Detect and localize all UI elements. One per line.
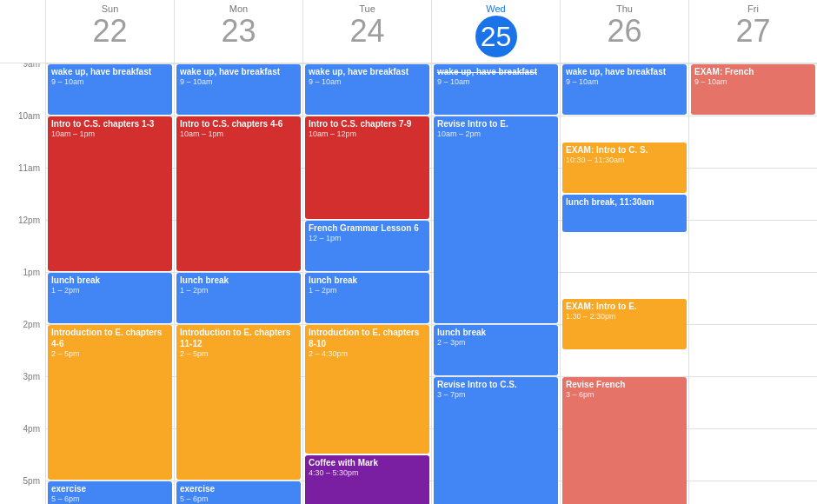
time-label-5: 2pm — [23, 320, 40, 329]
event-time: 3 – 6pm — [566, 390, 683, 399]
event-title: Introduction to E. chapters 8-10 — [309, 327, 426, 349]
event-time: 5 – 6pm — [51, 494, 169, 503]
header-tue: Tue24 — [302, 0, 431, 63]
calendar-container: Sun22Mon23Tue24Wed25Thu26Fri27 9am10am11… — [0, 0, 817, 504]
day-col-thu: wake up, have breakfast9 – 10amEXAM: Int… — [560, 63, 688, 504]
event-time: 9 – 10am — [566, 77, 683, 86]
event-tue-2[interactable]: French Grammar Lesson 612 – 1pm — [305, 221, 429, 271]
event-wed-3[interactable]: Revise Intro to C.S.3 – 7pm — [434, 377, 558, 504]
time-label-3: 12pm — [18, 216, 40, 225]
time-label-0: 9am — [23, 63, 40, 69]
event-thu-0[interactable]: wake up, have breakfast9 – 10am — [562, 64, 687, 115]
day-col-tue: wake up, have breakfast9 – 10amIntro to … — [302, 63, 431, 504]
event-thu-1[interactable]: EXAM: Intro to C. S.10:30 – 11:30am — [562, 143, 687, 193]
event-title: lunch break — [309, 275, 426, 286]
day-num-thu: 26 — [561, 16, 688, 47]
event-time: 1 – 2pm — [51, 286, 169, 295]
day-col-wed: wake up, have breakfast9 – 10amRevise In… — [431, 63, 560, 504]
event-tue-5[interactable]: Coffee with Mark4:30 – 5:30pm — [305, 455, 429, 504]
event-title: wake up, have breakfast — [180, 66, 297, 77]
event-title: Revise Intro to C.S. — [437, 379, 555, 390]
event-time: 3 – 7pm — [437, 390, 555, 399]
event-time: 4:30 – 5:30pm — [309, 468, 426, 477]
header-thu: Thu26 — [560, 0, 688, 63]
event-mon-1[interactable]: Intro to C.S. chapters 4-610am – 1pm — [176, 116, 301, 271]
event-wed-2[interactable]: lunch break2 – 3pm — [434, 325, 558, 375]
event-mon-3[interactable]: Introduction to E. chapters 11-122 – 5pm — [176, 325, 301, 480]
hour-line-5 — [689, 324, 817, 325]
event-time: 1:30 – 2:30pm — [566, 312, 683, 321]
day-num-tue: 24 — [303, 16, 431, 47]
event-title: lunch break, 11:30am — [566, 196, 683, 208]
event-thu-4[interactable]: Revise French3 – 6pm — [562, 377, 687, 504]
event-time: 2 – 4:30pm — [309, 349, 426, 358]
time-label-4: 1pm — [23, 268, 40, 277]
day-num-fri: 27 — [689, 16, 817, 47]
event-thu-3[interactable]: EXAM: Intro to E.1:30 – 2:30pm — [562, 299, 687, 349]
event-time: 9 – 10am — [437, 77, 555, 86]
event-time: 10am – 12pm — [309, 129, 426, 138]
event-time: 12 – 1pm — [309, 234, 426, 242]
event-title: lunch break — [437, 327, 555, 338]
time-label-2: 11am — [18, 163, 40, 173]
event-wed-1[interactable]: Revise Intro to E.10am – 2pm — [434, 116, 558, 323]
event-title: wake up, have breakfast — [566, 66, 683, 77]
event-time: 9 – 10am — [51, 77, 169, 86]
event-fri-0[interactable]: EXAM: French9 – 10am — [691, 64, 815, 115]
timezone-label — [0, 3, 45, 50]
event-title: Intro to C.S. chapters 4-6 — [180, 118, 297, 129]
event-tue-3[interactable]: lunch break1 – 2pm — [305, 273, 429, 323]
event-mon-2[interactable]: lunch break1 – 2pm — [176, 273, 301, 323]
event-title: Intro to C.S. chapters 7-9 — [309, 118, 426, 129]
event-title: wake up, have breakfast — [51, 66, 169, 77]
event-tue-1[interactable]: Intro to C.S. chapters 7-910am – 12pm — [305, 116, 429, 219]
hour-line-1 — [689, 116, 817, 116]
event-title: EXAM: Intro to C. S. — [566, 144, 683, 156]
tz-header — [0, 0, 45, 63]
time-label-8: 5pm — [23, 476, 40, 486]
event-mon-4[interactable]: exercise5 – 6pm — [176, 481, 301, 504]
day-num-wed: 25 — [475, 16, 517, 57]
event-title: EXAM: French — [694, 66, 812, 77]
time-label-1: 10am — [18, 111, 40, 121]
event-mon-0[interactable]: wake up, have breakfast9 – 10am — [176, 64, 301, 115]
event-title: Revise French — [566, 379, 683, 390]
day-name-wed: Wed — [432, 3, 560, 14]
header-mon: Mon23 — [174, 0, 302, 63]
hour-line-4 — [561, 272, 688, 273]
event-tue-0[interactable]: wake up, have breakfast9 – 10am — [305, 64, 429, 115]
event-time: 1 – 2pm — [309, 286, 426, 295]
days-grid: wake up, have breakfast9 – 10amIntro to … — [45, 63, 817, 504]
event-tue-4[interactable]: Introduction to E. chapters 8-102 – 4:30… — [305, 325, 429, 454]
day-col-fri: EXAM: French9 – 10am — [688, 63, 817, 504]
day-col-sun: wake up, have breakfast9 – 10amIntro to … — [45, 63, 174, 504]
day-col-mon: wake up, have breakfast9 – 10amIntro to … — [174, 63, 302, 504]
event-title: Coffee with Mark — [309, 457, 426, 468]
time-label-7: 4pm — [23, 424, 40, 434]
event-title: Intro to C.S. chapters 1-3 — [51, 118, 169, 129]
event-time: 1 – 2pm — [180, 286, 297, 295]
time-label-6: 3pm — [23, 372, 40, 381]
event-title: lunch break — [180, 275, 297, 286]
header-row: Sun22Mon23Tue24Wed25Thu26Fri27 — [0, 0, 817, 63]
hour-line-1 — [561, 116, 688, 116]
event-sun-3[interactable]: Introduction to E. chapters 4-62 – 5pm — [48, 325, 172, 480]
event-title: Introduction to E. chapters 4-6 — [51, 327, 169, 349]
event-sun-1[interactable]: Intro to C.S. chapters 1-310am – 1pm — [48, 116, 172, 271]
hour-line-6 — [689, 376, 817, 377]
day-num-mon: 23 — [175, 16, 302, 47]
event-wed-0[interactable]: wake up, have breakfast9 – 10am — [434, 64, 558, 115]
event-time: 2 – 5pm — [180, 349, 297, 358]
event-title: exercise — [180, 483, 297, 494]
event-time: 2 – 5pm — [51, 349, 169, 358]
event-sun-4[interactable]: exercise5 – 6pm — [48, 481, 172, 504]
event-sun-0[interactable]: wake up, have breakfast9 – 10am — [48, 64, 172, 115]
hour-line-3 — [689, 220, 817, 221]
event-thu-2[interactable]: lunch break, 11:30am — [562, 195, 687, 232]
event-title: lunch break — [51, 275, 169, 286]
header-wed: Wed25 — [431, 0, 560, 63]
event-time: 9 – 10am — [309, 77, 426, 86]
event-time: 9 – 10am — [694, 77, 812, 86]
body-area[interactable]: 9am10am11am12pm1pm2pm3pm4pm5pm6pm7pm8pm9… — [0, 63, 817, 504]
event-sun-2[interactable]: lunch break1 – 2pm — [48, 273, 172, 323]
